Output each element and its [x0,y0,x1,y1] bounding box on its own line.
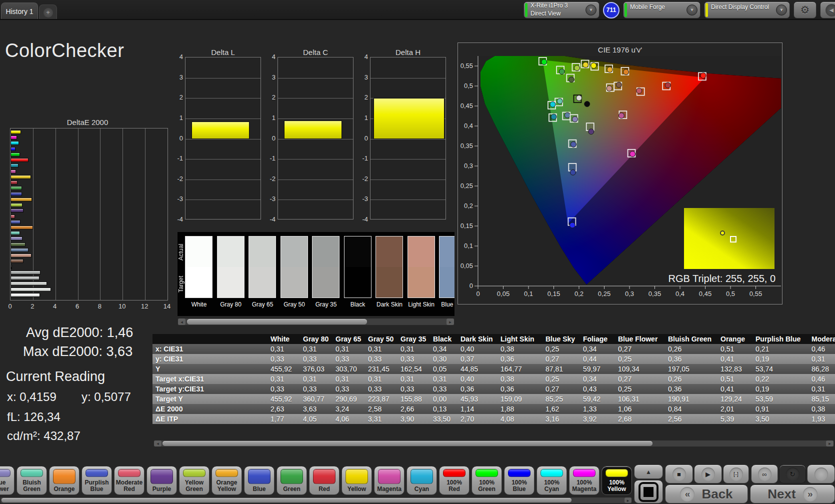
chevron-left-icon: ◀ [826,4,835,16]
source-dropdown[interactable]: Mobile Forge ▼ [623,2,700,18]
pattern-size-button[interactable]: [-] [723,464,749,484]
scrollbar-thumb[interactable] [2,498,572,502]
measured-dot-orange-yellow [607,67,612,72]
patch-color-swatch [443,469,466,477]
column-header: Gray 35 [398,334,430,344]
patch-button-orange[interactable]: Orange [49,466,80,495]
patch-button-red[interactable]: Red [309,466,340,495]
pattern-window-button[interactable] [634,480,663,504]
patch-button-orange-yellow[interactable]: OrangeYellow [212,466,242,495]
plot-area [185,57,261,220]
table-cell: 303,70 [332,364,365,374]
tab-history-1[interactable]: History 1 [1,2,38,20]
patch-button-100pct-blue[interactable]: 100%Blue [504,466,534,495]
table-cell: 1,62 [542,404,580,414]
table-header-row: WhiteGray 80Gray 65Gray 50Gray 35BlackDa… [152,334,835,344]
table-cell: 0,25 [542,344,580,354]
y-tick-label: -4 [173,216,183,223]
play-button[interactable]: ▶ [694,464,722,484]
x-tick-label: 12 [141,302,148,310]
max-de2000: Max dE2000: 3,63 [23,344,132,360]
patch-button-cyan[interactable]: Cyan [406,466,437,495]
x-tick-label: 14 [164,302,170,310]
patch-button-blue[interactable]: Blue [244,466,274,495]
meter-dropdown[interactable]: X-Rite i1Pro 3Direct View ▼ [524,2,600,18]
patch-button-bluish-green[interactable]: BluishGreen [16,466,47,495]
patch-button-100pct-red[interactable]: 100%Red [439,466,470,495]
scroll-right-icon[interactable]: ▸ [446,318,454,325]
stop-button[interactable]: ■ [665,464,693,484]
loop-button[interactable]: ∞ [751,464,778,484]
patch-button-green[interactable]: Green [276,466,307,495]
scroll-left-icon[interactable]: ◂ [154,440,162,446]
refresh-icon: ↻ [786,468,800,481]
measured-dot-100-cyan [550,102,556,107]
patch-button-100pct-yellow[interactable]: 100%Yellow [602,466,632,495]
table-cell: 0,40 [458,374,498,384]
table-cell: 2,68 [615,414,665,424]
stop-icon: ■ [672,468,686,481]
y-tick-label: -4 [358,216,368,223]
extra-transport-button[interactable] [807,464,835,484]
window-icon [638,482,658,502]
delta-chart-delta-l: Delta L43210-1-2-3-4 [173,48,262,230]
zoom-inset [684,208,774,269]
target-swatch [440,267,454,298]
table-cell: 0,25 [615,354,665,364]
y-tick-label: 2 [173,94,183,101]
patch-button-blue-flower[interactable]: BlueFlower [0,466,14,495]
measured-dot-green [559,69,564,74]
workflow-dropdown[interactable]: Direct Display Control ▼ [704,2,790,18]
meter-count-badge[interactable]: 711 [603,2,620,18]
scroll-left-icon[interactable]: ◂ [178,318,186,325]
column-header: Blue Sky [542,334,580,344]
x-tick-label: 4 [53,302,56,310]
patch-strip-scrollbar[interactable]: ◂ ▸ [178,318,454,326]
table-cell: 0,33 [398,354,430,364]
chevron-down-icon[interactable]: ▼ [586,4,596,16]
table-cell: 0,27 [542,384,580,394]
table-cell: 0,51 [718,344,752,354]
patch-button-purple[interactable]: Purple [146,466,177,495]
patch-button-100pct-green[interactable]: 100%Green [472,466,502,495]
table-cell: 164,77 [498,364,542,374]
column-header: Dark Skin [458,334,498,344]
scroll-right-icon[interactable]: ▸ [826,440,834,446]
measured-dot-bluish-green [557,98,562,104]
patch-button-100pct-cyan[interactable]: 100%Cyan [536,466,567,495]
svg-text:0,45: 0,45 [460,102,473,110]
table-cell: 0,38 [498,374,542,384]
chevron-down-icon[interactable]: ▼ [776,4,787,16]
y-tick-label: -2 [358,175,368,182]
actual-swatch [249,236,276,267]
refresh-button[interactable]: ↻ [779,464,806,484]
patch-button-100pct-magenta[interactable]: 100%Magenta [569,466,600,495]
de2000-title: DeltaE 2000 [4,118,171,126]
svg-text:0,2: 0,2 [574,290,584,298]
patch-button-label: Purple [147,486,176,492]
actual-swatch [344,236,371,267]
meter-status-stripe [525,3,528,17]
target-swatch [186,267,212,298]
scrollbar-thumb[interactable] [162,441,652,446]
next-button[interactable]: Next » [750,484,835,504]
patch-button-yellow[interactable]: Yellow [342,466,372,495]
table-cell: 0,33 [332,354,365,364]
collapse-panel-button[interactable]: ◀ [820,2,835,18]
patch-buttons-scrollbar[interactable]: ▸ [0,497,632,504]
gridline [278,118,353,119]
pattern-up-button[interactable]: ▲ [634,464,663,479]
scroll-right-icon[interactable]: ▸ [624,498,632,503]
patch-button-magenta[interactable]: Magenta [374,466,404,495]
scrollbar-thumb[interactable] [187,319,367,324]
add-tab-button[interactable]: + [39,4,57,20]
back-button[interactable]: « Back [665,484,748,504]
chevron-down-icon[interactable]: ▼ [686,4,698,16]
table-cell: 1,77 [268,414,300,424]
patch-button-moderate-red[interactable]: ModerateRed [114,466,144,495]
patch-button-yellow-green[interactable]: YellowGreen [179,466,210,495]
patch-button-purplish-blue[interactable]: PurplishBlue [82,466,112,495]
table-cell: 87,81 [542,364,580,374]
settings-button[interactable]: ⚙ [794,2,816,18]
table-scrollbar[interactable]: ◂ ▸ [154,440,834,447]
